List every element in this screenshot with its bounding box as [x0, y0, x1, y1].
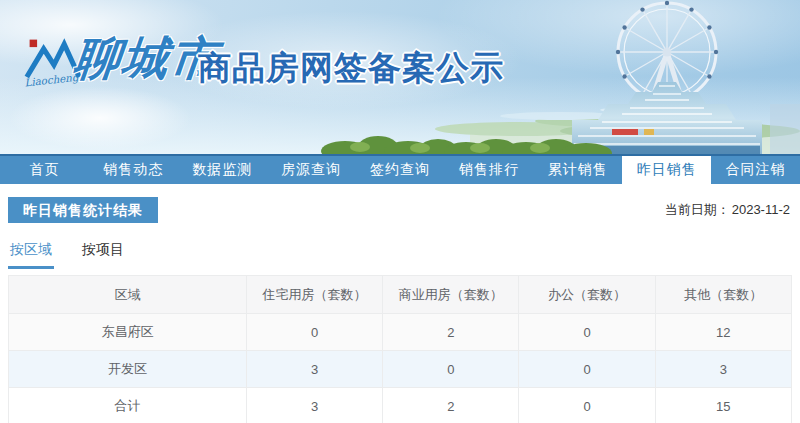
column-header-office: 办公（套数） [519, 276, 655, 314]
sales-statistics-table: 区域 住宅用房（套数） 商业用房（套数） 办公（套数） 其他（套数） 东昌府区 … [8, 275, 792, 423]
cell-region: 合计 [9, 388, 247, 423]
section-title: 昨日销售统计结果 [8, 197, 158, 223]
cell-region: 东昌府区 [9, 314, 247, 351]
cell-region: 开发区 [9, 351, 247, 388]
toolbar: 昨日销售统计结果 当前日期：2023-11-2 [8, 197, 790, 223]
nav-item-yesterday-sales[interactable]: 昨日销售 [622, 156, 711, 184]
cell-residential: 3 [246, 351, 382, 388]
column-header-commercial: 商业用房（套数） [383, 276, 519, 314]
cell-other: 3 [655, 351, 791, 388]
cell-residential: 3 [246, 388, 382, 423]
table-header-row: 区域 住宅用房（套数） 商业用房（套数） 办公（套数） 其他（套数） [9, 276, 792, 314]
current-date-value: 2023-11-2 [732, 202, 790, 217]
tab-by-region[interactable]: 按区域 [8, 241, 54, 269]
view-tabs: 按区域 按项目 [8, 241, 800, 269]
column-header-other: 其他（套数） [655, 276, 791, 314]
cell-office: 0 [519, 314, 655, 351]
banner-title: 商品房网签备案公示 [198, 46, 504, 91]
table-row-total: 合计 3 2 0 15 [9, 388, 792, 423]
cell-other: 12 [655, 314, 791, 351]
table-row: 开发区 3 0 0 3 [9, 351, 792, 388]
cell-commercial: 2 [383, 314, 519, 351]
nav-item-contract-cancellation[interactable]: 合同注销 [711, 156, 800, 184]
nav-item-contract-search[interactable]: 签约查询 [356, 156, 445, 184]
cell-office: 0 [519, 351, 655, 388]
nav-item-data-monitoring[interactable]: 数据监测 [178, 156, 267, 184]
tab-by-project[interactable]: 按项目 [80, 241, 126, 269]
page: Liaocheng 聊城市 商品房网签备案公示 首页 销售动态 数据监测 房源查… [0, 0, 800, 423]
nav-item-home[interactable]: 首页 [0, 156, 89, 184]
column-header-region: 区域 [9, 276, 247, 314]
cell-other: 15 [655, 388, 791, 423]
column-header-residential: 住宅用房（套数） [246, 276, 382, 314]
cell-commercial: 0 [383, 351, 519, 388]
nav-item-cumulative-sales[interactable]: 累计销售 [533, 156, 622, 184]
current-date: 当前日期：2023-11-2 [665, 201, 790, 219]
nav-item-housing-search[interactable]: 房源查询 [267, 156, 356, 184]
logo-red-square [30, 40, 37, 47]
main-nav: 首页 销售动态 数据监测 房源查询 签约查询 销售排行 累计销售 昨日销售 合同… [0, 154, 800, 184]
cell-residential: 0 [246, 314, 382, 351]
cell-commercial: 2 [383, 388, 519, 423]
current-date-label: 当前日期： [665, 202, 730, 217]
table-row: 东昌府区 0 2 0 12 [9, 314, 792, 351]
cell-office: 0 [519, 388, 655, 423]
banner: Liaocheng 聊城市 商品房网签备案公示 [0, 0, 800, 154]
nav-item-sales-ranking[interactable]: 销售排行 [444, 156, 533, 184]
nav-item-sales-dynamics[interactable]: 销售动态 [89, 156, 178, 184]
